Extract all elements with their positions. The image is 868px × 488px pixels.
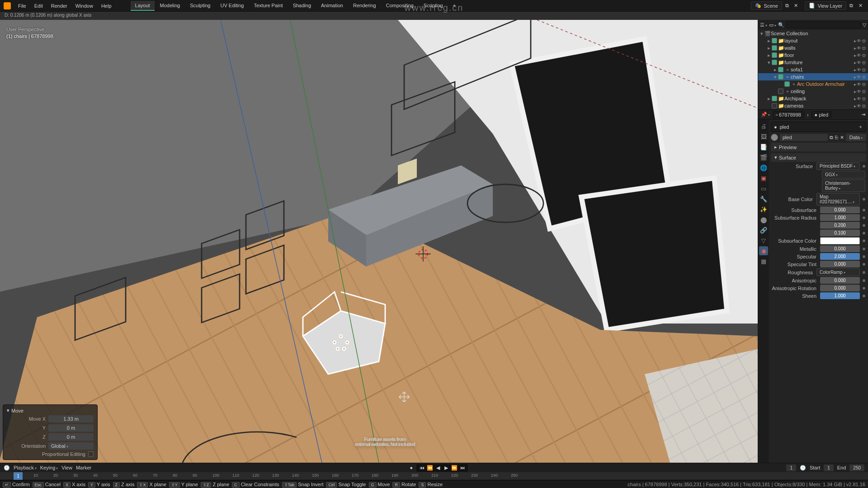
material-slot[interactable]: ●pled＋ (771, 122, 866, 132)
tick-110: 110 (232, 473, 239, 478)
outliner-tree[interactable]: ▾🎬Scene Collection ▸📁layout▸👁⯐▸📁walls▸👁⯐… (758, 30, 868, 109)
tab-render[interactable]: 🖨 (759, 122, 768, 131)
viewport-scene (0, 20, 758, 463)
workspace-tex[interactable]: Texture Paint (249, 1, 287, 11)
outliner-item-furniture[interactable]: ▾📁furniture▸👁⯐ (758, 59, 868, 66)
start-frame-field[interactable]: 1 (824, 465, 834, 471)
jump-start-icon[interactable]: ⏮ (418, 465, 425, 471)
outliner-item-floor[interactable]: ▸📁floor▸👁⯐ (758, 52, 868, 59)
workspace-layout[interactable]: Layout (131, 1, 155, 11)
workspace-add[interactable]: + (448, 1, 460, 11)
keyframe-next-icon[interactable]: ⏩ (451, 465, 458, 471)
keyframe-prev-icon[interactable]: ⏪ (426, 465, 434, 471)
tab-viewlayer[interactable]: 📑 (759, 142, 768, 151)
workspace-shading[interactable]: Shading (288, 1, 316, 11)
timeline-menu-marker[interactable]: Marker (76, 465, 91, 470)
redo-panel[interactable]: ▾Move Move X1.33 m Y0 m Z0 m Orientation… (3, 404, 98, 460)
material-name-field[interactable]: pled (780, 134, 828, 141)
outliner-item-archipack[interactable]: ▸📁Archipack▸👁⯐ (758, 95, 868, 102)
menu-edit[interactable]: Edit (31, 2, 47, 10)
material-link-dropdown[interactable]: Data (846, 134, 866, 141)
move-x-value[interactable]: 1.33 m (48, 415, 94, 422)
tab-texture[interactable]: ▦ (759, 257, 768, 266)
workspace-render[interactable]: Rendering (349, 1, 381, 11)
filter-icon[interactable]: ▽ (863, 22, 866, 28)
prop-specular: Specular2.000 (769, 253, 868, 260)
workspace-uv[interactable]: UV Editing (216, 1, 248, 11)
outliner-search[interactable] (786, 21, 861, 28)
copy-mat-icon[interactable]: ⧉ (830, 135, 833, 141)
surface-shader-dropdown[interactable]: Principled BSDF (816, 162, 860, 170)
sss-method-dropdown[interactable]: Christensen-Burley (822, 179, 865, 192)
material-swatch-icon[interactable] (771, 134, 778, 141)
unlink-mat-icon[interactable]: ✕ (840, 135, 844, 141)
outliner-mode-icon[interactable]: ☰ (760, 22, 767, 28)
timeline-menu-keying[interactable]: Keying (40, 465, 58, 470)
status-hint-snap-toggle: Ctrl Snap Toggle (326, 482, 366, 487)
3d-viewport[interactable]: User Perspective (1) chairs | 67878998 F… (0, 20, 758, 463)
delete-scene-icon[interactable]: ✕ (792, 2, 800, 10)
tab-object[interactable]: ▭ (759, 184, 768, 193)
menu-help[interactable]: Help (98, 2, 115, 10)
tab-constraints[interactable]: 🔗 (759, 225, 768, 235)
prop-edit-checkbox[interactable] (88, 451, 94, 457)
svg-point-21 (336, 347, 339, 350)
play-icon[interactable]: ▶ (443, 465, 450, 471)
orientation-dropdown[interactable]: Global (48, 442, 94, 450)
menu-render[interactable]: Render (47, 2, 71, 10)
new-mat-icon[interactable]: ⎘ (835, 135, 838, 140)
current-frame-field[interactable]: 1 (786, 465, 796, 471)
workspace-sculpting[interactable]: Sculpting (185, 1, 215, 11)
outliner-item-ceiling[interactable]: ▫ceiling▸👁⯐ (758, 88, 868, 95)
outliner-item-cameras[interactable]: 📁cameras▸👁⯐ (758, 102, 868, 109)
tab-output[interactable]: 🖼 (759, 132, 768, 141)
workspace-anim[interactable]: Animation (316, 1, 348, 11)
section-surface[interactable]: ▾ Surface (771, 153, 866, 162)
section-preview[interactable]: ▸ Preview (771, 143, 866, 151)
end-frame-field[interactable]: 250 (849, 465, 864, 471)
context-material[interactable]: ● pled (811, 111, 832, 118)
jump-end-icon[interactable]: ⏭ (459, 465, 466, 471)
context-object[interactable]: ▫ 67878998 (773, 111, 804, 118)
preview-range-icon[interactable]: 🕓 (800, 465, 806, 471)
tab-particles[interactable]: ✨ (759, 205, 768, 214)
prop-subsurface-color: Subsurface Color (769, 237, 868, 245)
tab-physics[interactable]: ⬤ (759, 215, 768, 224)
distribution-dropdown[interactable]: GGX (822, 171, 865, 178)
tab-collection[interactable]: ▣ (759, 174, 768, 183)
pin-icon[interactable]: 📌 (761, 112, 770, 117)
tab-world[interactable]: 🌐 (759, 163, 768, 172)
outliner-item-chairs[interactable]: ▾▫chairs▸👁⯐ (758, 73, 868, 80)
tab-mesh[interactable]: ▽ (759, 236, 768, 245)
outliner-item-arc-outdoor-armchair[interactable]: ▫Arc Outdoor Armchair▸👁⯐ (758, 80, 868, 88)
menu-window[interactable]: Window (72, 2, 97, 10)
move-z-value[interactable]: 0 m (48, 433, 94, 441)
outliner-display-icon[interactable]: ▭ (769, 22, 776, 28)
workspace-modeling[interactable]: Modeling (156, 1, 185, 11)
workspace-script[interactable]: Scripting (419, 1, 448, 11)
timeline-editor-icon[interactable]: 🕘 (4, 465, 10, 471)
outliner-item-walls[interactable]: ▸📁walls▸👁⯐ (758, 44, 868, 52)
play-rev-icon[interactable]: ◀ (434, 465, 442, 471)
prop-anisotropic-rotation: Anisotropic Rotation0.000 (769, 284, 868, 292)
view-layer-selector[interactable]: 📑View Layer (805, 1, 846, 10)
timeline-menu-playback[interactable]: Playback (14, 465, 37, 470)
tab-scene[interactable]: 🎬 (759, 153, 768, 162)
autokey-icon[interactable]: ● (410, 465, 413, 470)
tab-material[interactable]: ◉ (759, 246, 768, 255)
toggle-icon[interactable]: ⇥ (861, 112, 865, 117)
menu-file[interactable]: File (14, 2, 30, 10)
outliner-item-layout[interactable]: ▸📁layout▸👁⯐ (758, 37, 868, 44)
timeline-ruler[interactable]: 1 01020304050607080901001101201301401501… (0, 472, 868, 480)
svg-point-19 (333, 341, 336, 344)
workspace-comp[interactable]: Compositing (382, 1, 418, 11)
outliner-item-sofa1[interactable]: ▸▫sofa1▸👁⯐ (758, 66, 868, 73)
timeline-menu-view[interactable]: View (61, 465, 72, 470)
new-scene-icon[interactable]: ⧉ (783, 2, 791, 10)
new-layer-icon[interactable]: ⧉ (847, 2, 855, 10)
move-y-value[interactable]: 0 m (48, 424, 94, 432)
status-hint-z-axis: Z Z axis (113, 482, 135, 487)
tab-modifiers[interactable]: 🔧 (759, 194, 768, 203)
delete-layer-icon[interactable]: ✕ (856, 2, 864, 10)
scene-selector[interactable]: 🎭Scene (751, 1, 782, 10)
